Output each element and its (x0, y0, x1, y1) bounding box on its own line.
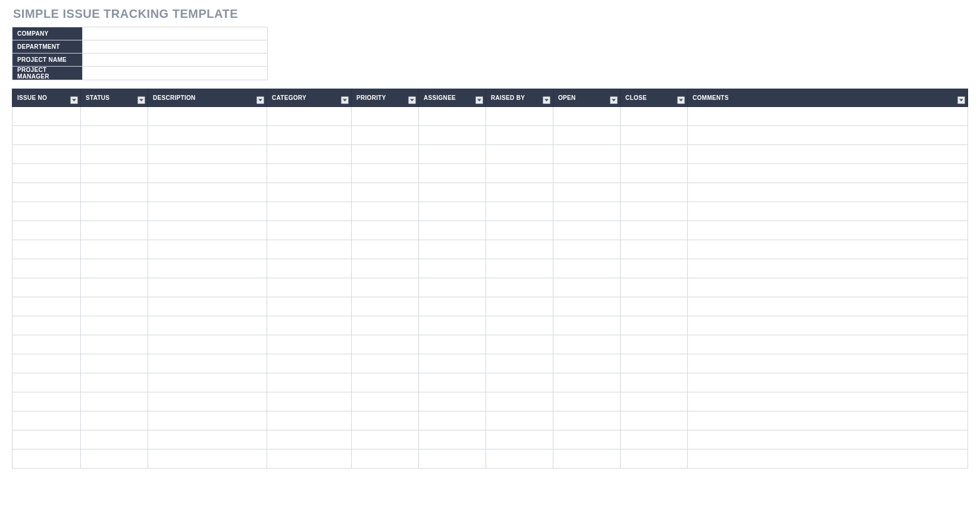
filter-dropdown-icon[interactable] (70, 96, 78, 104)
table-cell-issue_no[interactable] (12, 430, 81, 449)
table-cell-description[interactable] (148, 240, 267, 259)
table-cell-description[interactable] (148, 221, 267, 240)
table-cell-open[interactable] (553, 145, 621, 164)
table-cell-comments[interactable] (688, 221, 968, 240)
table-cell-open[interactable] (553, 240, 621, 259)
table-cell-comments[interactable] (688, 259, 968, 278)
table-cell-status[interactable] (81, 411, 148, 430)
filter-dropdown-icon[interactable] (677, 96, 685, 104)
filter-dropdown-icon[interactable] (408, 96, 416, 104)
table-cell-open[interactable] (553, 316, 621, 335)
table-cell-status[interactable] (81, 240, 148, 259)
table-cell-close[interactable] (621, 202, 688, 221)
table-cell-raised_by[interactable] (486, 183, 553, 202)
table-cell-priority[interactable] (352, 316, 419, 335)
table-cell-priority[interactable] (352, 183, 419, 202)
table-cell-assignee[interactable] (419, 297, 486, 316)
table-cell-comments[interactable] (688, 297, 968, 316)
table-cell-comments[interactable] (688, 145, 968, 164)
table-cell-description[interactable] (148, 392, 267, 411)
table-cell-raised_by[interactable] (486, 145, 553, 164)
table-cell-category[interactable] (267, 240, 352, 259)
table-cell-close[interactable] (621, 164, 688, 183)
table-cell-description[interactable] (148, 126, 267, 145)
table-cell-issue_no[interactable] (12, 221, 81, 240)
table-cell-assignee[interactable] (419, 392, 486, 411)
table-cell-close[interactable] (621, 278, 688, 297)
table-cell-issue_no[interactable] (12, 240, 81, 259)
table-cell-assignee[interactable] (419, 335, 486, 354)
table-cell-issue_no[interactable] (12, 259, 81, 278)
table-cell-comments[interactable] (688, 202, 968, 221)
table-cell-category[interactable] (267, 126, 352, 145)
table-cell-assignee[interactable] (419, 373, 486, 392)
table-cell-raised_by[interactable] (486, 278, 553, 297)
table-cell-issue_no[interactable] (12, 449, 81, 468)
table-cell-status[interactable] (81, 354, 148, 373)
filter-dropdown-icon[interactable] (256, 96, 264, 104)
table-cell-priority[interactable] (352, 430, 419, 449)
meta-value-department[interactable] (83, 40, 268, 54)
table-cell-priority[interactable] (352, 297, 419, 316)
table-cell-description[interactable] (148, 316, 267, 335)
table-cell-comments[interactable] (688, 449, 968, 468)
table-cell-status[interactable] (81, 278, 148, 297)
table-cell-issue_no[interactable] (12, 126, 81, 145)
table-cell-category[interactable] (267, 221, 352, 240)
table-cell-raised_by[interactable] (486, 221, 553, 240)
table-cell-priority[interactable] (352, 449, 419, 468)
filter-dropdown-icon[interactable] (137, 96, 145, 104)
table-cell-close[interactable] (621, 107, 688, 126)
table-cell-description[interactable] (148, 107, 267, 126)
table-cell-issue_no[interactable] (12, 373, 81, 392)
filter-dropdown-icon[interactable] (341, 96, 349, 104)
table-cell-status[interactable] (81, 145, 148, 164)
table-cell-priority[interactable] (352, 107, 419, 126)
table-cell-status[interactable] (81, 316, 148, 335)
table-cell-category[interactable] (267, 430, 352, 449)
table-cell-issue_no[interactable] (12, 297, 81, 316)
filter-dropdown-icon[interactable] (610, 96, 618, 104)
table-cell-priority[interactable] (352, 126, 419, 145)
table-cell-issue_no[interactable] (12, 202, 81, 221)
table-cell-comments[interactable] (688, 354, 968, 373)
table-cell-comments[interactable] (688, 164, 968, 183)
table-cell-close[interactable] (621, 354, 688, 373)
table-cell-open[interactable] (553, 335, 621, 354)
table-cell-assignee[interactable] (419, 240, 486, 259)
table-cell-comments[interactable] (688, 126, 968, 145)
table-cell-comments[interactable] (688, 278, 968, 297)
table-cell-status[interactable] (81, 259, 148, 278)
table-cell-comments[interactable] (688, 240, 968, 259)
table-cell-status[interactable] (81, 430, 148, 449)
table-cell-assignee[interactable] (419, 145, 486, 164)
table-cell-priority[interactable] (352, 373, 419, 392)
table-cell-open[interactable] (553, 354, 621, 373)
table-cell-priority[interactable] (352, 202, 419, 221)
table-cell-category[interactable] (267, 449, 352, 468)
table-cell-category[interactable] (267, 335, 352, 354)
table-cell-raised_by[interactable] (486, 430, 553, 449)
table-cell-issue_no[interactable] (12, 107, 81, 126)
table-cell-category[interactable] (267, 107, 352, 126)
table-cell-assignee[interactable] (419, 354, 486, 373)
table-cell-category[interactable] (267, 297, 352, 316)
table-cell-open[interactable] (553, 202, 621, 221)
table-cell-assignee[interactable] (419, 449, 486, 468)
table-cell-category[interactable] (267, 354, 352, 373)
table-cell-status[interactable] (81, 107, 148, 126)
table-cell-priority[interactable] (352, 411, 419, 430)
table-cell-close[interactable] (621, 297, 688, 316)
table-cell-raised_by[interactable] (486, 449, 553, 468)
table-cell-raised_by[interactable] (486, 164, 553, 183)
table-cell-assignee[interactable] (419, 164, 486, 183)
table-cell-description[interactable] (148, 373, 267, 392)
table-cell-status[interactable] (81, 297, 148, 316)
table-cell-open[interactable] (553, 164, 621, 183)
table-cell-close[interactable] (621, 373, 688, 392)
table-cell-open[interactable] (553, 221, 621, 240)
table-cell-raised_by[interactable] (486, 316, 553, 335)
table-cell-category[interactable] (267, 202, 352, 221)
table-cell-open[interactable] (553, 411, 621, 430)
table-cell-assignee[interactable] (419, 221, 486, 240)
